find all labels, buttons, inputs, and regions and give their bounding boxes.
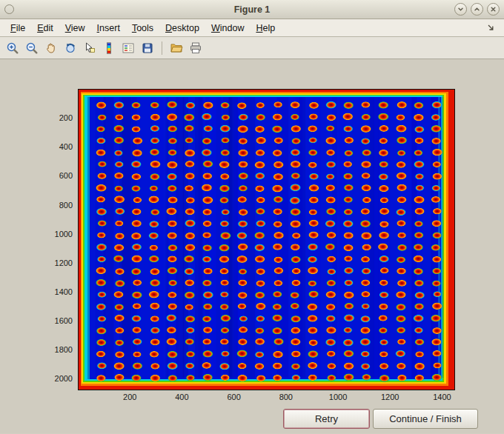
x-tick-label: 1200 xyxy=(381,393,399,401)
save-icon[interactable] xyxy=(139,39,156,57)
chevron-up-icon xyxy=(474,6,480,13)
insert-legend-icon[interactable] xyxy=(119,39,137,57)
menu-desktop[interactable]: Desktop xyxy=(159,21,205,36)
plot-image[interactable] xyxy=(79,90,454,390)
chevron-down-icon xyxy=(457,6,464,13)
x-axis-ticks: 200400600800100012001400 xyxy=(78,393,455,404)
zoom-out-icon[interactable] xyxy=(23,39,41,57)
window-menu-icon[interactable] xyxy=(4,4,14,14)
data-cursor-icon[interactable] xyxy=(81,39,99,57)
print-icon[interactable] xyxy=(187,39,205,57)
menu-tools[interactable]: Tools xyxy=(126,21,159,36)
close-icon xyxy=(490,6,497,13)
y-tick-label: 2000 xyxy=(55,374,73,383)
rotate-3d-icon[interactable] xyxy=(62,39,79,57)
x-tick-label: 200 xyxy=(123,393,136,401)
pan-hand-icon[interactable] xyxy=(42,39,60,57)
maximize-button[interactable] xyxy=(471,3,483,16)
colorbar-icon[interactable] xyxy=(100,39,118,57)
menu-view[interactable]: View xyxy=(59,21,91,36)
x-tick-label: 600 xyxy=(227,393,240,401)
x-tick-label: 800 xyxy=(279,393,293,401)
open-folder-icon[interactable] xyxy=(168,39,185,57)
menu-file[interactable]: File xyxy=(4,21,31,36)
y-tick-label: 1400 xyxy=(55,287,73,296)
toolbar-separator xyxy=(162,41,162,55)
figure-canvas-area: 200400600800100012001400160018002000 200… xyxy=(0,59,504,433)
y-tick-label: 600 xyxy=(59,171,73,180)
y-tick-label: 1000 xyxy=(55,230,73,238)
y-tick-label: 400 xyxy=(59,142,73,151)
y-axis-ticks: 200400600800100012001400160018002000 xyxy=(0,89,73,390)
retry-button[interactable]: Retry xyxy=(283,409,370,429)
window-controls xyxy=(451,3,500,16)
x-tick-label: 400 xyxy=(175,393,188,401)
menu-window[interactable]: Window xyxy=(205,21,250,36)
window-title: Figure 1 xyxy=(0,4,504,15)
figure-window: Figure 1 File Edit View Insert Tools Des… xyxy=(0,0,504,434)
y-tick-label: 1600 xyxy=(55,316,73,325)
y-tick-label: 200 xyxy=(59,113,73,122)
y-tick-label: 1800 xyxy=(55,345,73,354)
minimize-button[interactable] xyxy=(454,3,467,16)
menu-help[interactable]: Help xyxy=(250,21,281,36)
titlebar: Figure 1 xyxy=(0,0,504,19)
zoom-in-icon[interactable] xyxy=(4,39,21,57)
menubar: File Edit View Insert Tools Desktop Wind… xyxy=(0,19,504,37)
x-tick-label: 1000 xyxy=(329,393,347,401)
menu-insert[interactable]: Insert xyxy=(91,21,126,36)
y-tick-label: 800 xyxy=(59,201,73,210)
dock-figure-icon[interactable] xyxy=(482,20,500,36)
continue-finish-button[interactable]: Continue / Finish xyxy=(373,409,478,429)
axes xyxy=(78,89,455,390)
figure-toolbar xyxy=(0,37,504,59)
x-tick-label: 1400 xyxy=(433,393,451,401)
menu-edit[interactable]: Edit xyxy=(31,21,59,36)
close-button[interactable] xyxy=(487,3,500,16)
y-tick-label: 1200 xyxy=(55,258,73,267)
